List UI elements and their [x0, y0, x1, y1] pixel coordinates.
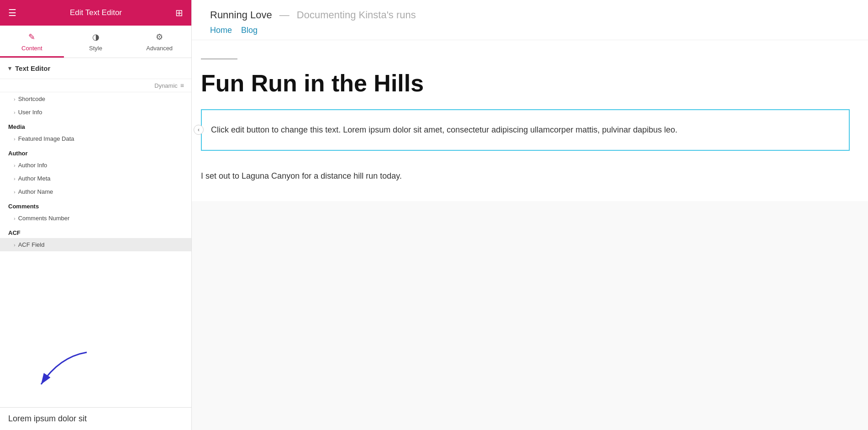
chevron-right-icon: › — [14, 189, 16, 195]
list-item-shortcode[interactable]: › Shortcode — [0, 92, 191, 106]
annotation-arrow — [14, 348, 96, 393]
dynamic-label: Dynamic — [154, 82, 178, 89]
section-title: Text Editor — [15, 64, 50, 72]
site-header: Running Love — Documenting Kinsta's runs… — [192, 0, 868, 40]
chevron-right-icon: › — [14, 242, 16, 248]
nav-link-blog[interactable]: Blog — [241, 26, 258, 35]
site-name: Running Love — [210, 9, 272, 21]
circle-half-icon: ◑ — [92, 32, 100, 42]
chevron-right-icon: › — [14, 136, 16, 142]
category-comments: Comments — [0, 198, 191, 212]
chevron-right-icon: › — [14, 96, 16, 102]
text-editor-block: ‹ Click edit button to change this text.… — [201, 109, 850, 151]
tab-style-label: Style — [89, 45, 102, 52]
site-tagline: Documenting Kinsta's runs — [297, 9, 416, 21]
pencil-icon: ✎ — [28, 32, 35, 42]
tab-content[interactable]: ✎ Content — [0, 26, 64, 58]
site-dash: — — [279, 9, 289, 21]
post-title: Fun Run in the Hills — [201, 70, 850, 96]
list-item-user-info[interactable]: › User Info — [0, 106, 191, 119]
section-collapse-arrow[interactable]: ▾ — [8, 65, 11, 72]
gear-icon: ⚙ — [156, 32, 163, 42]
list-item-author-info[interactable]: › Author Info — [0, 159, 191, 172]
dropdown-list: › Shortcode › User Info Media › Featured… — [0, 92, 191, 407]
preview-text: Lorem ipsum dolor sit — [0, 407, 191, 430]
category-author: Author — [0, 145, 191, 159]
sidebar-header: ☰ Edit Text Editor ⊞ — [0, 0, 191, 26]
category-media: Media — [0, 119, 191, 132]
list-item-featured-image-data[interactable]: › Featured Image Data — [0, 132, 191, 145]
site-title-bar: Running Love — Documenting Kinsta's runs — [210, 9, 850, 21]
sidebar: ☰ Edit Text Editor ⊞ ✎ Content ◑ Style ⚙… — [0, 0, 192, 430]
list-item-comments-number[interactable]: › Comments Number — [0, 212, 191, 225]
category-acf: ACF — [0, 225, 191, 238]
chevron-right-icon: › — [14, 110, 16, 115]
sidebar-title: Edit Text Editor — [70, 8, 122, 17]
collapse-sidebar-arrow[interactable]: ‹ — [194, 125, 204, 135]
dynamic-bar: Dynamic ≡ — [0, 79, 191, 92]
tab-style[interactable]: ◑ Style — [64, 26, 128, 58]
tab-content-label: Content — [21, 45, 42, 52]
text-editor-content[interactable]: Click edit button to change this text. L… — [211, 123, 840, 137]
chevron-right-icon: › — [14, 163, 16, 168]
tab-advanced[interactable]: ⚙ Advanced — [127, 26, 191, 58]
list-item-author-name[interactable]: › Author Name — [0, 185, 191, 198]
sidebar-tabs: ✎ Content ◑ Style ⚙ Advanced — [0, 26, 191, 58]
nav-link-home[interactable]: Home — [210, 26, 232, 35]
main-content: Running Love — Documenting Kinsta's runs… — [192, 0, 868, 430]
chevron-right-icon: › — [14, 216, 16, 221]
dynamic-stack-icon[interactable]: ≡ — [180, 82, 184, 89]
hamburger-icon[interactable]: ☰ — [8, 7, 16, 18]
chevron-right-icon: › — [14, 176, 16, 181]
list-item-author-meta[interactable]: › Author Meta — [0, 172, 191, 185]
grid-icon[interactable]: ⊞ — [175, 7, 183, 18]
section-header: ▾ Text Editor — [0, 58, 191, 79]
post-body: I set out to Laguna Canyon for a distanc… — [201, 165, 850, 183]
post-divider — [201, 58, 237, 59]
site-nav: Home Blog — [210, 26, 850, 35]
list-item-acf-field[interactable]: › ACF Field — [0, 238, 191, 251]
tab-advanced-label: Advanced — [146, 45, 173, 52]
page-content: Fun Run in the Hills ‹ Click edit button… — [192, 40, 868, 201]
